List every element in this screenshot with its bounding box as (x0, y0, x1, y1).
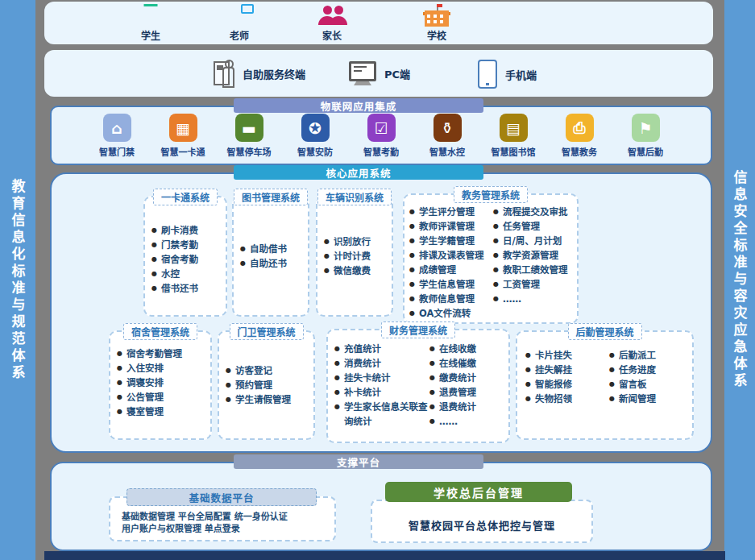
iot-module-label: 智慧门禁 (99, 145, 135, 158)
terminals-panel: 自助服务终端 PC端 手机端 (44, 50, 713, 97)
terminal-label: PC端 (384, 66, 410, 81)
feature-item: 教学资源管理 (493, 248, 575, 263)
feature-item: 后勤派工 (609, 348, 687, 363)
feature-item: OA文件流转 (409, 306, 493, 321)
feature-item: 入住安排 (117, 361, 207, 375)
system-box-onecard: 一卡通系统 刷卡消费 门禁考勤 宿舍考勤 水控 借书还书 (143, 196, 227, 317)
base-data-line: 基础数据管理 平台全局配置 统一身份认证 (122, 511, 328, 523)
terminal-phone: 手机端 (478, 60, 537, 89)
iot-module-label: 智慧考勤 (363, 145, 399, 158)
parking-icon: ▬ (235, 114, 263, 142)
users-panel: 学生 老师 家长 学校 (44, 2, 713, 44)
user-label: 学生 (141, 28, 160, 42)
feature-item: 访客登记 (226, 363, 313, 378)
feature-item: 学生家长信息关联查询统计 (334, 400, 429, 429)
shield-icon: ✪ (301, 114, 330, 142)
feature-item: 学生学籍管理 (409, 234, 493, 248)
feature-item: 工资管理 (493, 277, 575, 292)
feature-item: 任务管理 (493, 219, 575, 234)
teacher-icon (227, 4, 251, 27)
feature-item: 卡片挂失 (525, 348, 609, 363)
feature-item: 公告管理 (117, 390, 207, 404)
user-teacher: 老师 (214, 4, 265, 42)
iot-module-label: 智慧水控 (429, 145, 465, 158)
feature-item: 退费统计 (429, 400, 502, 414)
card-building-icon: ▦ (169, 114, 197, 142)
school-icon (423, 4, 450, 27)
bottom-base-bar (44, 551, 725, 560)
feature-item: 识别放行 (324, 234, 392, 249)
feature-item: 任务进度 (609, 363, 687, 377)
user-label: 老师 (230, 28, 249, 42)
feature-item: 学生请假管理 (226, 392, 313, 407)
feature-item: 寝室管理 (117, 404, 207, 419)
iot-module-label: 智慧图书馆 (492, 145, 536, 158)
feature-item: 预约管理 (226, 378, 313, 392)
feature-item: 挂失卡统计 (334, 371, 429, 385)
base-data-platform-title: 基础数据平台 (127, 488, 317, 506)
system-box-title: 宿舍管理系统 (123, 323, 197, 340)
system-box-library: 图书管理系统 自助借书 自助还书 (232, 196, 309, 317)
core-section-header: 核心应用系统 (234, 165, 483, 180)
system-box-vehicle: 车辆识别系统 识别放行 计时计费 微信缴费 (316, 196, 393, 317)
user-label: 家长 (322, 28, 342, 42)
base-data-line: 用户账户与权限管理 单点登录 (122, 523, 328, 535)
iot-panel: ⌂ 智慧门禁 ▦ 智慧一卡通 ▬ 智慧停车场 ✪ 智慧安防 ☑ 智慧考勤 ⚱ 智… (50, 106, 712, 165)
student-icon (139, 4, 163, 27)
right-standards-sidebar: 信息安全标准与容灾应急体系 (724, 0, 755, 560)
feature-item: 挂失解挂 (525, 363, 609, 377)
smart-campus-architecture-diagram: { "sidebars": { "left": "教育信息化标准与规范体系", … (0, 0, 755, 560)
right-sidebar-label: 信息安全标准与容灾应急体系 (730, 170, 750, 390)
feature-item: 学生评分管理 (409, 205, 493, 219)
iot-module-logistics: ⚑ 智慧后勤 (616, 114, 675, 158)
feature-item: 退费管理 (429, 385, 502, 400)
left-sidebar-label: 教育信息化标准与规范体系 (8, 179, 28, 382)
system-box-title: 教务管理系统 (454, 186, 528, 203)
water-jar-icon: ⚱ (434, 114, 462, 142)
printer-icon: ⎙ (566, 114, 594, 142)
iot-module-onecard: ▦ 智慧一卡通 (153, 114, 213, 158)
feature-item: 在线催缴 (429, 356, 502, 371)
feature-item: 自助借书 (240, 242, 308, 256)
feature-item: 刷卡消费 (151, 223, 222, 238)
feature-item: 教职工绩效管理 (493, 263, 575, 277)
iot-module-library: ▤ 智慧图书馆 (483, 114, 543, 158)
system-box-title: 图书管理系统 (234, 189, 308, 205)
feature-item: 智能报修 (525, 377, 609, 392)
system-box-title: 车辆识别系统 (317, 189, 392, 205)
feature-item: 调寝安排 (117, 375, 207, 390)
terminal-pc: PC端 (349, 61, 410, 85)
left-standards-sidebar: 教育信息化标准与规范体系 (0, 0, 35, 560)
school-admin-title: 学校总后台管理 (385, 482, 572, 502)
books-icon: ▤ (500, 114, 528, 142)
feature-item: 充值统计 (334, 342, 429, 356)
iot-module-access: ⌂ 智慧门禁 (87, 114, 147, 158)
system-box-logistics: 后勤管理系统 卡片挂失 挂失解挂 智能报修 失物招领 后勤派工 任务进度 留言板… (516, 330, 694, 440)
iot-module-label: 智慧停车场 (227, 145, 272, 158)
feature-item: 自助还书 (240, 256, 308, 271)
terminal-label: 自助服务终端 (243, 66, 305, 81)
user-label: 学校 (427, 28, 446, 42)
system-box-title: 一卡通系统 (153, 189, 218, 205)
iot-module-label: 智慧后勤 (628, 145, 663, 158)
feature-item: 学生信息管理 (409, 277, 493, 292)
system-box-title: 后勤管理系统 (567, 323, 641, 340)
system-box-academic: 教务管理系统 学生评分管理 教师评课管理 学生学籍管理 排课及课表管理 成绩管理… (403, 193, 579, 324)
feature-item: 借书还书 (151, 281, 222, 296)
iot-module-parking: ▬ 智慧停车场 (219, 114, 279, 158)
iot-module-label: 智慧教务 (562, 145, 597, 158)
system-box-finance: 财务管理系统 充值统计 消费统计 挂失卡统计 补卡统计 学生家长信息关联查询统计… (326, 329, 510, 443)
iot-module-label: 智慧安防 (297, 145, 333, 158)
feature-item: 新闻管理 (609, 392, 687, 406)
user-school: 学校 (411, 4, 463, 42)
kiosk-icon (214, 60, 234, 87)
feature-item: 水控 (151, 267, 222, 281)
feature-item: 失物招领 (525, 392, 609, 406)
system-box-dormitory: 宿舍管理系统 宿舍考勤管理 入住安排 调寝安排 公告管理 寝室管理 (109, 330, 212, 440)
user-student: 学生 (125, 4, 176, 42)
pc-icon (349, 61, 376, 85)
feature-item: 缴费统计 (429, 371, 502, 385)
flag-icon: ⚑ (632, 114, 660, 142)
feature-item: …… (429, 414, 502, 429)
system-box-gate: 门卫管理系统 访客登记 预约管理 学生请假管理 (218, 330, 315, 440)
